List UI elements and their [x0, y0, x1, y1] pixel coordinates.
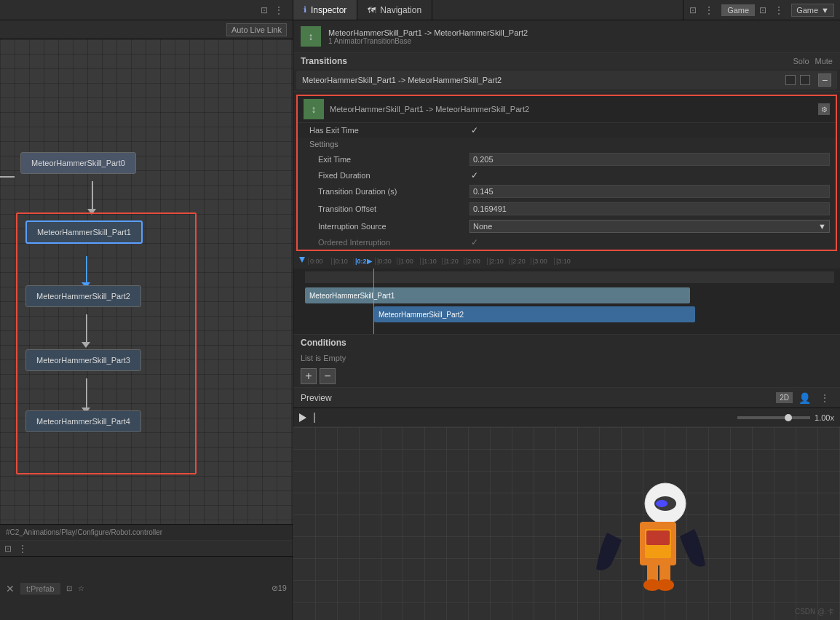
exit-time-row: Exit Time — [298, 151, 836, 168]
conditions-remove-btn[interactable]: − — [320, 368, 336, 384]
preview-title: Preview — [301, 393, 770, 403]
tab-inspector[interactable]: ℹ Inspector — [293, 0, 357, 20]
inspector-tab-icon: ℹ — [304, 5, 306, 15]
preview-play-btn[interactable] — [299, 413, 306, 422]
has-exit-time-row: Has Exit Time ✓ — [298, 123, 836, 138]
exit-time-input[interactable] — [469, 153, 830, 166]
game-label: Game — [721, 4, 755, 16]
node-part2[interactable]: MeteorHammerSkill_Part2 — [25, 285, 141, 307]
settings-transition-title: MeteorHammerSkill_Part1 -> MeteorHammerS… — [330, 105, 529, 114]
transitions-label: Transitions — [301, 56, 347, 66]
kebab-menu-right[interactable]: ⋮ — [701, 4, 717, 16]
conditions-title: Conditions — [301, 338, 833, 348]
ordered-interruption-check[interactable]: ✓ — [469, 237, 480, 247]
game-dropdown[interactable]: Game ▼ — [791, 4, 834, 17]
watermark: CSDN @.卡 — [795, 607, 834, 617]
tab-navigation[interactable]: 🗺 Navigation — [357, 0, 432, 20]
preview-speed-value: 1.00x — [815, 413, 834, 422]
navigation-tab-icon: 🗺 — [368, 6, 376, 15]
timeline-track-part1: MeteorHammerSkill_Part1 — [299, 287, 834, 305]
transition-duration-label: Transition Duration (s) — [309, 187, 469, 196]
mute-label: Mute — [815, 57, 833, 65]
timeline-ruler: 0:00 |0:10 |0:2▶ |0:30 |1:00 |1:10 |1:20… — [293, 254, 840, 269]
game-icons[interactable]: ⊡ — [759, 5, 766, 15]
star-icon[interactable]: ☆ — [78, 584, 84, 592]
preview-section: Preview 2D 👤 ⋮ 1.00x — [293, 387, 840, 620]
graph-toolbar: Auto Live Link — [0, 20, 293, 39]
preview-toolbar: Preview 2D 👤 ⋮ — [293, 388, 840, 408]
transition-icon: ↕ — [301, 26, 321, 47]
transition-duration-row: Transition Duration (s) — [298, 183, 836, 200]
bottom-kebab[interactable]: ⋮ — [15, 543, 31, 555]
timeline-track-part2: MeteorHammerSkill_Part2 — [299, 306, 834, 324]
exit-time-label: Exit Time — [309, 155, 469, 164]
path-bar: #C2_Animations/Play/Configure/Robot.cont… — [0, 524, 293, 540]
preview-kebab[interactable]: ⋮ — [817, 392, 833, 404]
transition-offset-row: Transition Offset — [298, 200, 836, 218]
transition-minus-btn[interactable]: − — [818, 73, 831, 87]
settings-gear-icon[interactable]: ⚙ — [818, 103, 830, 115]
has-exit-time-check[interactable]: ✓ — [469, 125, 480, 135]
selection-box — [16, 212, 197, 474]
win-icon-rect[interactable]: ⊡ — [261, 5, 268, 15]
transition-offset-label: Transition Offset — [309, 204, 469, 213]
bottom-win-icon[interactable]: ⊡ — [4, 544, 12, 554]
timeline-block-part1: MeteorHammerSkill_Part1 — [305, 287, 690, 303]
bottom-toolbar: ⊡ ⋮ — [0, 541, 293, 557]
node-part4[interactable]: MeteorHammerSkill_Part4 — [25, 410, 141, 432]
inspector-tab-label: Inspector — [311, 5, 346, 15]
preview-content[interactable]: CSDN @.卡 — [293, 427, 840, 620]
preview-avatar-icon[interactable]: 👤 — [799, 392, 811, 404]
node-part3[interactable]: MeteorHammerSkill_Part3 — [25, 349, 141, 371]
svg-rect-9 — [646, 530, 670, 545]
kebab-menu-left[interactable]: ⋮ — [271, 4, 287, 16]
timeline-block-part2: MeteorHammerSkill_Part2 — [374, 306, 695, 322]
transition-row-text: MeteorHammerSkill_Part1 -> MeteorHammerS… — [302, 76, 783, 84]
svg-point-6 — [657, 579, 674, 591]
transition-mute-checkbox[interactable] — [800, 75, 810, 85]
interruption-source-dropdown[interactable]: None ▼ — [469, 220, 830, 233]
settings-transition-icon: ↕ — [304, 99, 324, 119]
has-exit-time-label: Has Exit Time — [309, 126, 469, 135]
fixed-duration-row: Fixed Duration ✓ — [298, 168, 836, 183]
transitions-section: Transitions Solo Mute MeteorHammerSkill_… — [293, 53, 840, 92]
graph-area[interactable]: MeteorHammerSkill_Part0 MeteorHammerSkil… — [0, 39, 293, 524]
fixed-duration-check[interactable]: ✓ — [469, 170, 480, 180]
settings-sub-label: Settings — [298, 138, 836, 151]
interruption-source-row: Interruption Source None ▼ — [298, 218, 836, 235]
conditions-section: Conditions List is Empty + − — [293, 335, 840, 387]
win-icon-right[interactable]: ⊡ — [689, 5, 697, 15]
auto-live-link-btn[interactable]: Auto Live Link — [226, 23, 287, 36]
settings-area: ↕ MeteorHammerSkill_Part1 -> MeteorHamme… — [296, 95, 837, 251]
fixed-duration-label: Fixed Duration — [309, 171, 469, 180]
inspector-header: ↕ MeteorHammerSkill_Part1 -> MeteorHamme… — [293, 20, 840, 53]
interruption-source-label: Interruption Source — [309, 222, 469, 231]
close-btn[interactable]: ✕ — [6, 583, 15, 595]
preview-playback-bar: 1.00x — [293, 408, 840, 427]
transition-offset-input[interactable] — [469, 202, 830, 215]
inspector-title: MeteorHammerSkill_Part1 -> MeteorHammerS… — [328, 28, 528, 37]
count-badge: ⊘19 — [272, 584, 287, 593]
conditions-empty: List is Empty — [301, 351, 833, 365]
bottom-label: t:Prefab — [20, 583, 60, 595]
copy-icon[interactable]: ⊡ — [66, 584, 72, 592]
preview-2d-icon[interactable]: 2D — [776, 392, 793, 403]
preview-playhead-bar — [314, 413, 315, 423]
svg-point-8 — [656, 500, 667, 507]
conditions-add-btn[interactable]: + — [301, 368, 317, 384]
timeline-area: 0:00 |0:10 |0:2▶ |0:30 |1:00 |1:10 |1:20… — [293, 254, 840, 335]
right-panel: ↕ MeteorHammerSkill_Part1 -> MeteorHamme… — [293, 20, 840, 620]
transition-duration-input[interactable] — [469, 185, 830, 198]
transition-solo-checkbox[interactable] — [785, 75, 796, 85]
node-part1[interactable]: MeteorHammerSkill_Part1 — [25, 220, 143, 244]
navigation-tab-label: Navigation — [380, 5, 421, 15]
game-kebab[interactable]: ⋮ — [771, 4, 787, 16]
inspector-subtitle: 1 AnimatorTransitionBase — [328, 37, 528, 45]
ordered-interruption-label: Ordered Interruption — [309, 238, 469, 247]
ordered-interruption-row: Ordered Interruption ✓ — [298, 235, 836, 250]
solo-label: Solo — [793, 57, 809, 65]
node-part0[interactable]: MeteorHammerSkill_Part0 — [20, 152, 136, 174]
preview-speed-slider[interactable] — [737, 416, 810, 419]
